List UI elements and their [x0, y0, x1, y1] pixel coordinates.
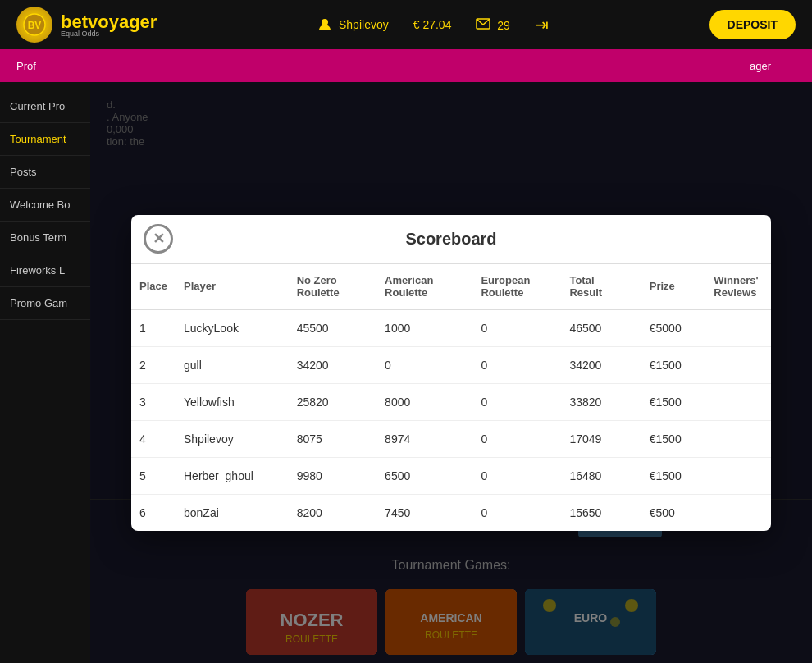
cell-nozero: 8200	[289, 494, 376, 531]
main-layout: Current Pro Tournament Posts Welcome Bo …	[0, 82, 812, 663]
username: Shpilevoy	[339, 18, 389, 31]
col-header-place: Place	[131, 264, 176, 309]
logo-icon: BV	[16, 7, 52, 43]
balance-display: € 27.04	[413, 18, 452, 31]
message-count: 29	[497, 19, 510, 32]
score-table-header: Place Player No ZeroRoulette AmericanRou…	[131, 264, 771, 309]
envelope-icon	[476, 18, 490, 30]
close-icon: ✕	[153, 230, 165, 248]
cell-european: 0	[472, 383, 561, 420]
cell-american: 8974	[376, 420, 472, 457]
cell-prize: €1500	[641, 420, 706, 457]
col-header-nozero: No ZeroRoulette	[289, 264, 376, 309]
cell-reviews	[705, 346, 771, 383]
cell-reviews	[705, 420, 771, 457]
cell-european: 0	[472, 494, 561, 531]
sidebar: Current Pro Tournament Posts Welcome Bo …	[0, 82, 90, 663]
sidebar-item-posts[interactable]: Posts	[0, 156, 90, 189]
cell-reviews	[705, 383, 771, 420]
header-nav: Shpilevoy € 27.04 29 ⇥	[157, 15, 709, 34]
cell-total: 46500	[561, 309, 641, 347]
logo-area: BV betvoyager Equal Odds	[16, 7, 157, 43]
cell-player: bonZai	[176, 494, 289, 531]
cell-nozero: 34200	[289, 346, 376, 383]
sidebar-item-fireworks[interactable]: Fireworks L	[0, 254, 90, 287]
cell-reviews	[705, 494, 771, 531]
table-row: 2 gull 34200 0 0 34200 €1500	[131, 346, 771, 383]
col-header-american: AmericanRoulette	[376, 264, 472, 309]
content-area: d. . Anyone 0,000 tion: the 7 Apr 2016 -…	[90, 82, 812, 663]
cell-total: 34200	[561, 346, 641, 383]
cell-place: 2	[131, 346, 176, 383]
cell-total: 16480	[561, 457, 641, 494]
cell-prize: €1500	[641, 457, 706, 494]
modal-overlay: ✕ Scoreboard Place Player No ZeroRoulett…	[90, 82, 812, 663]
cell-american: 8000	[376, 383, 472, 420]
cell-prize: €1500	[641, 346, 706, 383]
col-header-reviews: Winners'Reviews	[705, 264, 771, 309]
cell-player: gull	[176, 346, 289, 383]
cell-prize: €1500	[641, 383, 706, 420]
sidebar-item-welcome-bo[interactable]: Welcome Bo	[0, 189, 90, 222]
cell-american: 7450	[376, 494, 472, 531]
cell-prize: €500	[641, 494, 706, 531]
sidebar-item-promo-gam[interactable]: Promo Gam	[0, 287, 90, 320]
nav-icon: ⇥	[535, 15, 549, 34]
cell-nozero: 45500	[289, 309, 376, 347]
cell-player: LuckyLook	[176, 309, 289, 347]
user-info: Shpilevoy	[317, 17, 389, 32]
modal-title: Scoreboard	[172, 230, 730, 249]
cell-player: Shpilevoy	[176, 420, 289, 457]
cell-nozero: 25820	[289, 383, 376, 420]
col-header-european: EuropeanRoulette	[472, 264, 561, 309]
currency-icon: €	[413, 18, 420, 31]
sidebar-item-current-pro[interactable]: Current Pro	[0, 90, 90, 123]
cell-prize: €5000	[641, 309, 706, 347]
balance-amount: 27.04	[422, 18, 451, 31]
sidebar-item-bonus-term[interactable]: Bonus Term	[0, 222, 90, 254]
sub-header-brand: ager	[750, 60, 771, 72]
cell-reviews	[705, 309, 771, 347]
sub-header: Prof ager	[0, 49, 812, 82]
deposit-button[interactable]: DEPOSIT	[709, 10, 796, 39]
table-row: 1 LuckyLook 45500 1000 0 46500 €5000	[131, 309, 771, 347]
scoreboard-modal: ✕ Scoreboard Place Player No ZeroRoulett…	[131, 215, 771, 531]
message-display: 29	[476, 18, 509, 32]
table-row: 4 Shpilevoy 8075 8974 0 17049 €1500	[131, 420, 771, 457]
cell-american: 1000	[376, 309, 472, 347]
cell-american: 6500	[376, 457, 472, 494]
svg-point-2	[322, 19, 328, 25]
cell-player: Yellowfish	[176, 383, 289, 420]
col-header-prize: Prize	[641, 264, 706, 309]
cell-european: 0	[472, 346, 561, 383]
col-header-player: Player	[176, 264, 289, 309]
header: BV betvoyager Equal Odds Shpilevoy € 27.…	[0, 0, 812, 49]
user-icon	[317, 17, 332, 32]
cell-american: 0	[376, 346, 472, 383]
cell-place: 1	[131, 309, 176, 347]
cell-place: 4	[131, 420, 176, 457]
table-row: 5 Herber_ghoul 9980 6500 0 16480 €1500	[131, 457, 771, 494]
cell-nozero: 8075	[289, 420, 376, 457]
modal-close-button[interactable]: ✕	[144, 224, 173, 254]
cell-total: 33820	[561, 383, 641, 420]
cell-player: Herber_ghoul	[176, 457, 289, 494]
modal-body[interactable]: Place Player No ZeroRoulette AmericanRou…	[131, 264, 771, 531]
score-table-body: 1 LuckyLook 45500 1000 0 46500 €5000 2 g…	[131, 309, 771, 531]
score-table: Place Player No ZeroRoulette AmericanRou…	[131, 264, 771, 531]
sidebar-item-tournament[interactable]: Tournament	[0, 123, 90, 156]
cell-nozero: 9980	[289, 457, 376, 494]
cell-total: 17049	[561, 420, 641, 457]
svg-text:BV: BV	[28, 20, 42, 31]
table-row: 6 bonZai 8200 7450 0 15650 €500	[131, 494, 771, 531]
cell-place: 3	[131, 383, 176, 420]
table-row: 3 Yellowfish 25820 8000 0 33820 €1500	[131, 383, 771, 420]
cell-european: 0	[472, 420, 561, 457]
sub-header-promo: Prof	[16, 60, 36, 72]
cell-total: 15650	[561, 494, 641, 531]
cell-european: 0	[472, 457, 561, 494]
modal-header: ✕ Scoreboard	[131, 215, 771, 264]
logo-text-group: betvoyager Equal Odds	[61, 11, 157, 38]
cell-european: 0	[472, 309, 561, 347]
cell-place: 6	[131, 494, 176, 531]
